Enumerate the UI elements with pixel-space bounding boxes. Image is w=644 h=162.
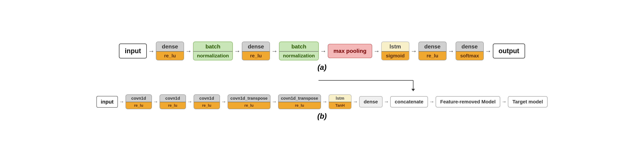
node-dense-softmax-top: dense — [456, 42, 483, 52]
node-max-pooling: max pooling — [328, 44, 372, 58]
arrow-7: → — [411, 48, 417, 55]
arrow-b6: → — [322, 99, 327, 104]
node-covn1d-3-top: covn1d — [194, 95, 220, 102]
arrow-3: → — [234, 48, 240, 55]
arrow-b2: → — [153, 99, 158, 104]
diagram-b-wrapper: input → covn1d re_lu → covn1d — [7, 79, 637, 109]
arrow-b1: → — [119, 99, 124, 104]
node-covn1d-t2-bottom: re_lu — [278, 102, 320, 109]
arrow-b5: → — [272, 99, 277, 104]
arrow-b10: → — [502, 99, 506, 104]
node-covn1d-t2-top: covn1d_transpose — [278, 95, 320, 102]
node-lstm-a: lstm sigmoid — [381, 42, 409, 60]
node-input-a: input — [119, 44, 147, 58]
node-batch-2: batch normalization — [279, 42, 319, 60]
node-batch-1: batch normalization — [193, 42, 233, 60]
arrow-5: → — [320, 48, 326, 55]
node-dense-1-bottom: re_lu — [156, 52, 184, 60]
diagram-a: input → dense re_lu → batch normalizati — [7, 42, 637, 72]
node-dense-2-top: dense — [242, 42, 270, 52]
node-lstm-bottom: sigmoid — [382, 52, 409, 60]
node-target-model: Target model — [508, 96, 548, 108]
main-container: input → dense re_lu → batch normalizati — [7, 42, 637, 120]
node-batch-2-top: batch — [280, 42, 318, 52]
arrow-4: → — [271, 48, 278, 55]
svg-marker-2 — [412, 89, 415, 91]
node-output-a: output — [493, 44, 525, 58]
diagram-a-flow: input → dense re_lu → batch normalizati — [119, 42, 525, 60]
arrow-1: → — [148, 48, 154, 55]
arrow-8: → — [448, 48, 454, 55]
node-concatenate: concatenate — [390, 96, 428, 108]
node-batch-2-bottom: normalization — [280, 52, 318, 60]
node-dense-1: dense re_lu — [156, 42, 184, 60]
arrow-b8: → — [384, 99, 389, 104]
node-lstm-b-top: lstm — [329, 95, 351, 102]
arrow-6: → — [374, 48, 380, 55]
arrow-b7: → — [353, 99, 358, 104]
node-covn1d-2-bottom: re_lu — [160, 102, 186, 109]
node-covn1d-t1-bottom: re_lu — [228, 102, 270, 109]
arrow-b3: → — [187, 99, 192, 104]
node-covn1d-1-top: covn1d — [126, 95, 152, 102]
node-covn1d-3-bottom: re_lu — [194, 102, 220, 109]
node-batch-1-bottom: normalization — [194, 52, 232, 60]
diagram-b-flow: input → covn1d re_lu → covn1d — [96, 94, 547, 109]
node-dense-softmax: dense softmax — [456, 42, 484, 60]
back-arrow-svg — [24, 79, 620, 94]
arrow-2: → — [186, 48, 192, 55]
arrow-9: → — [485, 48, 492, 55]
caption-b: (b) — [317, 112, 327, 120]
node-covn1d-2: covn1d re_lu — [160, 94, 186, 109]
node-covn1d-t2: covn1d_transpose re_lu — [278, 94, 321, 109]
node-dense-3-bottom: re_lu — [419, 52, 446, 60]
node-covn1d-t1: covn1d_transpose re_lu — [228, 94, 270, 109]
node-dense-plain: dense — [359, 96, 382, 108]
node-dense-softmax-bottom: softmax — [456, 52, 483, 60]
node-covn1d-1: covn1d re_lu — [126, 94, 152, 109]
arrow-b9: → — [429, 99, 434, 104]
node-lstm-top: lstm — [382, 42, 409, 52]
node-batch-1-top: batch — [194, 42, 232, 52]
node-dense-2: dense re_lu — [242, 42, 270, 60]
node-input-b: input — [96, 96, 118, 108]
node-dense-2-bottom: re_lu — [242, 52, 270, 60]
caption-a: (a) — [318, 63, 326, 72]
node-covn1d-3: covn1d re_lu — [194, 94, 220, 109]
node-lstm-b: lstm TanH — [329, 94, 352, 109]
node-feature-removed: Feature-removed Model — [436, 96, 500, 108]
diagram-b: input → covn1d re_lu → covn1d — [7, 79, 637, 120]
node-dense-1-top: dense — [156, 42, 184, 52]
node-covn1d-t1-top: covn1d_transpose — [228, 95, 270, 102]
arrow-b4: → — [221, 99, 226, 104]
node-dense-3: dense re_lu — [418, 42, 446, 60]
node-covn1d-2-top: covn1d — [160, 95, 186, 102]
node-lstm-b-bottom: TanH — [329, 102, 351, 109]
node-covn1d-1-bottom: re_lu — [126, 102, 152, 109]
node-dense-3-top: dense — [419, 42, 446, 52]
